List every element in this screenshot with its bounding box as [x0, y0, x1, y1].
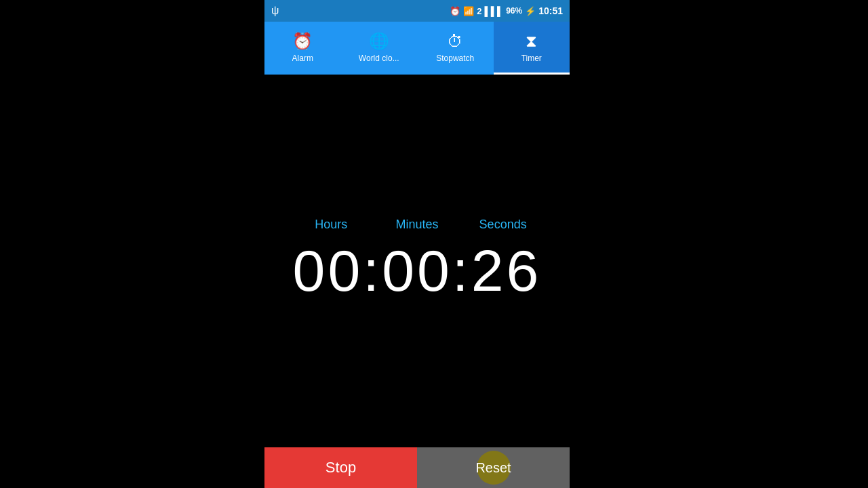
status-left: ψ — [271, 5, 279, 17]
status-time: 10:51 — [538, 5, 563, 16]
reset-label: Reset — [475, 460, 511, 476]
seconds-label: Seconds — [469, 218, 537, 232]
hours-label: Hours — [297, 218, 365, 232]
alarm-status-icon: ⏰ — [450, 6, 460, 16]
reset-button[interactable]: Reset — [417, 447, 570, 488]
timer-display: 00:00:26 — [293, 237, 542, 304]
alarm-icon: ⏰ — [292, 32, 313, 51]
phone-container: ψ ⏰ 📶 2 ▌▌▌ 96% ⚡ 10:51 ⏰ Alarm 🌐 World … — [264, 0, 570, 488]
timer-label: Timer — [521, 54, 542, 63]
alarm-label: Alarm — [292, 54, 313, 63]
tab-bar: ⏰ Alarm 🌐 World clo... ⏱ Stopwatch ⧗ Tim… — [264, 22, 570, 75]
timer-main: Hours Minutes Seconds 00:00:26 — [264, 75, 570, 447]
signal-icon: ▌▌▌ — [485, 6, 504, 16]
stopwatch-label: Stopwatch — [436, 54, 474, 63]
tab-alarm[interactable]: ⏰ Alarm — [264, 22, 341, 75]
sim-icon: 2 — [477, 6, 481, 16]
bottom-buttons: Stop Reset — [264, 447, 570, 488]
timer-icon: ⧗ — [526, 32, 537, 51]
tab-stopwatch[interactable]: ⏱ Stopwatch — [417, 22, 494, 75]
charging-icon: ⚡ — [525, 6, 536, 16]
timer-labels: Hours Minutes Seconds — [288, 218, 546, 232]
wifi-icon: 📶 — [463, 6, 474, 16]
worldclock-label: World clo... — [359, 54, 399, 63]
usb-icon: ψ — [271, 5, 279, 17]
stop-button[interactable]: Stop — [264, 447, 417, 488]
minutes-label: Minutes — [383, 218, 451, 232]
tab-worldclock[interactable]: 🌐 World clo... — [341, 22, 418, 75]
worldclock-icon: 🌐 — [369, 32, 389, 51]
status-right: ⏰ 📶 2 ▌▌▌ 96% ⚡ 10:51 — [450, 5, 563, 16]
battery-percent: 96% — [506, 6, 522, 16]
tab-timer[interactable]: ⧗ Timer — [494, 22, 570, 75]
status-bar: ψ ⏰ 📶 2 ▌▌▌ 96% ⚡ 10:51 — [264, 0, 570, 22]
stopwatch-icon: ⏱ — [447, 32, 463, 51]
